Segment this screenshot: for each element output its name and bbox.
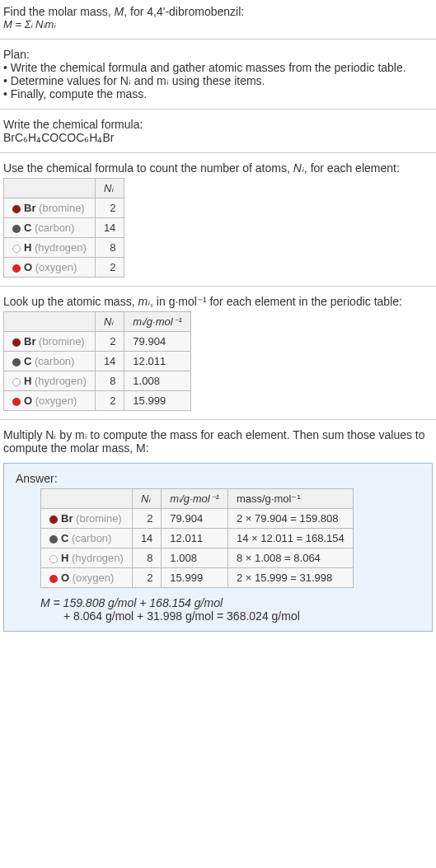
- divider: [0, 152, 436, 153]
- ni-cell: 8: [95, 238, 124, 258]
- element-cell: Br (bromine): [4, 332, 96, 352]
- mi-cell: 1.008: [162, 548, 228, 568]
- ni-header: Nᵢ: [132, 489, 161, 509]
- mi-cell: 12.011: [124, 352, 191, 371]
- table-row: Br (bromine) 2 79.904: [4, 332, 191, 352]
- element-name: (carbon): [35, 222, 74, 234]
- element-symbol: C: [61, 532, 68, 544]
- ni-cell: 14: [132, 529, 161, 548]
- element-name: (oxygen): [73, 572, 115, 584]
- multiply-text: Multiply Nᵢ by mᵢ to compute the mass fo…: [3, 428, 433, 455]
- mi-cell: 12.011: [162, 529, 228, 548]
- count-ni: Nᵢ: [293, 161, 304, 175]
- element-name: (hydrogen): [35, 241, 87, 254]
- mass-cell: 14 × 12.011 = 168.154: [227, 529, 353, 548]
- element-name: (hydrogen): [35, 375, 87, 387]
- table-header-row: Nᵢ mᵢ/g·mol⁻¹ mass/g·mol⁻¹: [41, 489, 354, 509]
- mi-cell: 1.008: [124, 371, 191, 391]
- element-cell: Br (bromine): [41, 509, 133, 529]
- element-symbol: Br: [24, 202, 35, 214]
- mass-cell: 2 × 15.999 = 31.998: [227, 568, 353, 588]
- table-row: H (hydrogen) 8 1.008 8 × 1.008 = 8.064: [41, 548, 354, 568]
- answer-label: Answer:: [16, 472, 420, 485]
- empty-header: [41, 489, 133, 509]
- element-symbol: C: [24, 222, 31, 234]
- divider: [0, 419, 436, 420]
- hydrogen-dot-icon: [12, 378, 21, 386]
- mi-cell: 79.904: [124, 332, 191, 352]
- chemical-formula-section: Write the chemical formula: BrC₆H₄COCOC₆…: [0, 113, 436, 149]
- mass-header: mass/g·mol⁻¹: [227, 489, 353, 509]
- plan-bullet-1: • Write the chemical formula and gather …: [3, 61, 433, 74]
- bromine-dot-icon: [12, 205, 21, 213]
- element-name: (bromine): [39, 335, 85, 348]
- element-name: (oxygen): [35, 261, 77, 273]
- count-table: Nᵢ Br (bromine) 2 C (carbon) 14 H (hydro…: [3, 178, 124, 278]
- element-name: (hydrogen): [72, 552, 124, 564]
- count-heading-a: Use the chemical formula to count the nu…: [3, 161, 293, 175]
- ni-cell: 2: [132, 509, 161, 529]
- table-row: Br (bromine) 2 79.904 2 × 79.904 = 159.8…: [41, 509, 354, 529]
- element-name: (bromine): [39, 202, 85, 214]
- ni-cell: 8: [132, 548, 161, 568]
- mi-header: mᵢ/g·mol⁻¹: [162, 489, 228, 509]
- element-symbol: O: [24, 261, 32, 273]
- element-symbol: Br: [24, 335, 35, 348]
- table-row: O (oxygen) 2 15.999: [4, 391, 191, 411]
- oxygen-dot-icon: [49, 575, 58, 583]
- element-cell: H (hydrogen): [4, 371, 96, 391]
- element-cell: H (hydrogen): [4, 238, 96, 258]
- mass-heading: Look up the atomic mass, mᵢ, in g·mol⁻¹ …: [3, 295, 433, 308]
- result-line-2: + 8.064 g/mol + 31.998 g/mol = 368.024 g…: [63, 609, 420, 623]
- ni-cell: 2: [95, 391, 124, 411]
- ni-cell: 2: [95, 198, 124, 218]
- carbon-dot-icon: [12, 225, 21, 233]
- mi-cell: 15.999: [162, 568, 228, 588]
- plan-bullet-3: • Finally, compute the mass.: [3, 87, 433, 100]
- result-text-2: + 8.064 g/mol + 31.998 g/mol = 368.024 g…: [63, 609, 300, 623]
- table-row: O (oxygen) 2: [4, 258, 124, 278]
- element-cell: O (oxygen): [4, 258, 96, 278]
- bromine-dot-icon: [12, 338, 21, 347]
- table-header-row: Nᵢ mᵢ/g·mol⁻¹: [4, 312, 191, 332]
- mass-cell: 8 × 1.008 = 8.064: [227, 548, 353, 568]
- element-cell: H (hydrogen): [41, 548, 133, 568]
- element-symbol: O: [24, 394, 32, 407]
- mi-cell: 15.999: [124, 391, 191, 411]
- answer-box: Answer: Nᵢ mᵢ/g·mol⁻¹ mass/g·mol⁻¹ Br (b…: [3, 463, 433, 632]
- element-symbol: H: [24, 375, 31, 387]
- element-symbol: Br: [61, 512, 73, 525]
- element-name: (carbon): [72, 532, 111, 544]
- table-row: O (oxygen) 2 15.999 2 × 15.999 = 31.998: [41, 568, 354, 588]
- divider: [0, 109, 436, 110]
- element-name: (bromine): [76, 512, 122, 525]
- result-line-1: M = 159.808 g/mol + 168.154 g/mol: [40, 596, 420, 609]
- ni-cell: 2: [95, 332, 124, 352]
- intro-section: Find the molar mass, M, for 4,4'-dibromo…: [0, 0, 436, 35]
- plan-bullet-2: • Determine values for Nᵢ and mᵢ using t…: [3, 74, 433, 87]
- atom-count-section: Use the chemical formula to count the nu…: [0, 156, 436, 282]
- table-header-row: Nᵢ: [4, 179, 124, 198]
- element-cell: O (oxygen): [41, 568, 133, 588]
- ni-header: Nᵢ: [95, 179, 124, 198]
- ni-cell: 2: [95, 258, 124, 278]
- ni-header: Nᵢ: [95, 312, 124, 332]
- mass-heading-a: Look up the atomic mass,: [3, 295, 138, 308]
- intro-M: M: [115, 5, 124, 18]
- element-cell: O (oxygen): [4, 391, 96, 411]
- count-heading: Use the chemical formula to count the nu…: [3, 161, 433, 175]
- carbon-dot-icon: [49, 535, 58, 544]
- element-symbol: H: [61, 552, 68, 564]
- table-row: H (hydrogen) 8: [4, 238, 124, 258]
- plan-section: Plan: • Write the chemical formula and g…: [0, 43, 436, 105]
- result-text-1: M = 159.808 g/mol + 168.154 g/mol: [40, 596, 223, 609]
- ni-cell: 8: [95, 371, 124, 391]
- mi-header: mᵢ/g·mol⁻¹: [124, 312, 191, 332]
- element-name: (oxygen): [35, 394, 77, 407]
- element-cell: C (carbon): [4, 352, 96, 371]
- multiply-section: Multiply Nᵢ by mᵢ to compute the mass fo…: [0, 423, 436, 460]
- intro-text-1: Find the molar mass,: [3, 5, 115, 18]
- hydrogen-dot-icon: [49, 555, 58, 563]
- divider: [0, 39, 436, 40]
- oxygen-dot-icon: [12, 398, 21, 406]
